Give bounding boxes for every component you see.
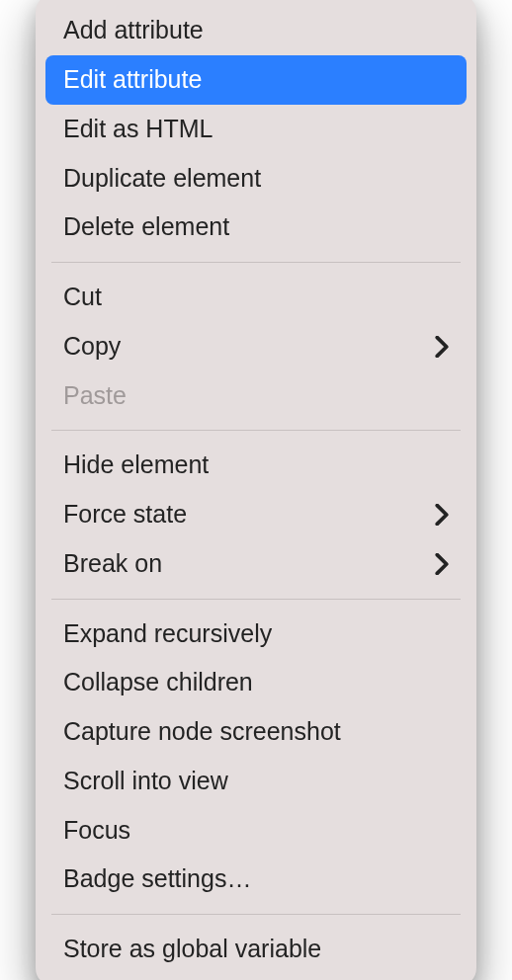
menu-item-delete-element[interactable]: Delete element — [36, 203, 476, 252]
menu-item-label: Hide element — [63, 449, 209, 482]
menu-item-collapse-children[interactable]: Collapse children — [36, 658, 476, 707]
menu-separator — [51, 914, 461, 915]
menu-item-label: Add attribute — [63, 14, 204, 47]
menu-item-label: Delete element — [63, 210, 229, 244]
menu-item-add-attribute[interactable]: Add attribute — [36, 6, 476, 55]
menu-item-paste: Paste — [36, 371, 476, 421]
menu-item-label: Badge settings… — [63, 862, 251, 896]
menu-item-label: Store as global variable — [63, 933, 321, 966]
menu-separator — [51, 430, 461, 431]
menu-item-copy[interactable]: Copy — [36, 322, 476, 371]
menu-item-label: Paste — [63, 379, 127, 413]
menu-item-label: Capture node screenshot — [63, 715, 341, 749]
menu-item-label: Edit as HTML — [63, 113, 213, 146]
menu-item-break-on[interactable]: Break on — [36, 539, 476, 589]
menu-item-capture-node-screenshot[interactable]: Capture node screenshot — [36, 707, 476, 757]
menu-item-label: Cut — [63, 281, 102, 314]
menu-item-expand-recursively[interactable]: Expand recursively — [36, 610, 476, 659]
menu-item-cut[interactable]: Cut — [36, 273, 476, 322]
menu-item-label: Expand recursively — [63, 617, 272, 651]
menu-separator — [51, 599, 461, 600]
menu-item-hide-element[interactable]: Hide element — [36, 441, 476, 490]
menu-item-label: Break on — [63, 547, 162, 581]
menu-item-edit-attribute[interactable]: Edit attribute — [45, 55, 467, 105]
menu-item-label: Force state — [63, 498, 187, 531]
menu-item-force-state[interactable]: Force state — [36, 490, 476, 539]
menu-item-scroll-into-view[interactable]: Scroll into view — [36, 757, 476, 806]
menu-item-edit-as-html[interactable]: Edit as HTML — [36, 105, 476, 154]
menu-item-label: Focus — [63, 814, 130, 848]
menu-item-label: Copy — [63, 330, 121, 364]
menu-item-label: Duplicate element — [63, 162, 261, 196]
context-menu[interactable]: Add attributeEdit attributeEdit as HTMLD… — [36, 0, 476, 980]
menu-separator — [51, 262, 461, 263]
chevron-right-icon — [435, 336, 449, 358]
menu-item-label: Collapse children — [63, 666, 253, 699]
menu-item-badge-settings[interactable]: Badge settings… — [36, 855, 476, 904]
chevron-right-icon — [435, 504, 449, 526]
chevron-right-icon — [435, 553, 449, 575]
menu-item-store-as-global-variable[interactable]: Store as global variable — [36, 925, 476, 974]
menu-item-duplicate-element[interactable]: Duplicate element — [36, 154, 476, 204]
menu-item-focus[interactable]: Focus — [36, 806, 476, 856]
menu-item-label: Edit attribute — [63, 63, 202, 97]
menu-item-label: Scroll into view — [63, 765, 228, 798]
